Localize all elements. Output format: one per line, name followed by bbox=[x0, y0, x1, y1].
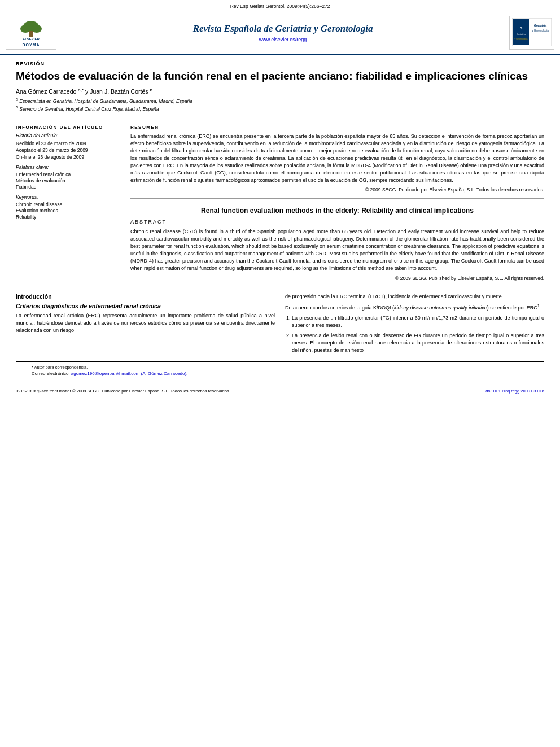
issn-text: 0211-139X/$-see front matter © 2009 SEGG… bbox=[16, 388, 230, 394]
geriatria-logo-icon: G Geriatría y Gerontología Geriatría y G… bbox=[512, 18, 552, 46]
abstract-divider bbox=[130, 198, 544, 199]
article-title: Métodos de evaluación de la función rena… bbox=[16, 69, 544, 83]
geriatria-logo: G Geriatría y Gerontología Geriatría y G… bbox=[509, 16, 554, 50]
criteria-list: La presencia de un filtrado glomerular (… bbox=[292, 314, 544, 354]
subsection-title: Criterios diagnósticos de enfermedad ren… bbox=[16, 303, 275, 309]
abstract-heading: ABSTRACT bbox=[130, 219, 544, 225]
resumen-text: La enfermedad renal crónica (ERC) se enc… bbox=[130, 133, 544, 184]
footnote-email: Correo electrónico: agomez196@openbankhm… bbox=[32, 371, 528, 376]
keywords-en-label: Keywords: bbox=[16, 194, 112, 200]
body-right-text1: de progresión hacia la ERC terminal (ERC… bbox=[285, 293, 544, 300]
section-label: REVISIÓN bbox=[16, 61, 544, 67]
english-abstract-text: Chronic renal disease (CRD) is found in … bbox=[130, 228, 544, 272]
author-names: Ana Gómez Carracedo a,* y Juan J. Baztán… bbox=[16, 88, 152, 95]
svg-rect-7 bbox=[513, 19, 529, 45]
svg-text:y Gerontología: y Gerontología bbox=[532, 29, 549, 32]
keywords-es-label: Palabras clave: bbox=[16, 164, 112, 170]
keyword-en-3: Reliability bbox=[16, 214, 112, 220]
svg-text:Geriatría: Geriatría bbox=[534, 24, 547, 27]
article-info-abstract: INFORMACIÓN DEL ARTÍCULO Historia del ar… bbox=[16, 120, 544, 281]
svg-text:G: G bbox=[520, 27, 523, 30]
doyma-label: DOYMA bbox=[8, 43, 54, 47]
online-date: On-line el 26 de agosto de 2009 bbox=[16, 154, 112, 160]
journal-title: Revista Española de Geriatría y Gerontol… bbox=[65, 23, 501, 34]
keyword-es-2: Métodos de evaluación bbox=[16, 178, 112, 184]
keyword-en-1: Chronic renal disease bbox=[16, 202, 112, 207]
list-item-2: La presencia de lesión renal con o sin d… bbox=[292, 332, 544, 354]
abstracts-col: RESUMEN La enfermedad renal crónica (ERC… bbox=[120, 120, 544, 281]
elsevier-tree-icon: ELSEVIER bbox=[11, 19, 51, 41]
body-columns: Introducción Criterios diagnósticos de e… bbox=[16, 293, 544, 357]
info-section-title: INFORMACIÓN DEL ARTÍCULO bbox=[16, 125, 112, 130]
svg-rect-4 bbox=[29, 31, 33, 37]
english-title: Renal function evaluation methods in the… bbox=[130, 207, 544, 215]
received-date: Recibido el 23 de marzo de 2009 bbox=[16, 141, 112, 146]
affiliation-b: b Servicio de Geriatría, Hospital Centra… bbox=[16, 105, 544, 112]
header-banner: ELSEVIER DOYMA Revista Española de Geria… bbox=[0, 11, 560, 55]
svg-point-2 bbox=[20, 25, 30, 33]
intro-title: Introducción bbox=[16, 293, 275, 300]
svg-point-3 bbox=[32, 25, 42, 33]
main-divider bbox=[16, 287, 544, 287]
doi-text: doi:10.1016/j.regg.2009.03.016 bbox=[485, 388, 544, 394]
authors: Ana Gómez Carracedo a,* y Juan J. Baztán… bbox=[16, 88, 544, 95]
resumen-copyright: © 2009 SEGG. Publicado por Elsevier Espa… bbox=[130, 187, 544, 193]
journal-reference: Rev Esp Geriatr Gerontol. 2009;44(5):266… bbox=[0, 0, 560, 11]
journal-url[interactable]: www.elsevier.es/regg bbox=[65, 37, 501, 42]
footnote-area: * Autor para correspondencia. Correo ele… bbox=[16, 361, 544, 379]
keyword-en-2: Evaluation methods bbox=[16, 208, 112, 213]
bottom-footer: 0211-139X/$-see front matter © 2009 SEGG… bbox=[0, 386, 560, 396]
svg-text:Geriatría: Geriatría bbox=[517, 33, 526, 36]
english-copyright: © 2009 SEGG. Published by Elsevier Españ… bbox=[130, 276, 544, 281]
footnote-asterisk: * Autor para correspondencia. bbox=[32, 365, 528, 370]
svg-text:ELSEVIER: ELSEVIER bbox=[23, 37, 40, 41]
body-right-text2: De acuerdo con los criterios de la guía … bbox=[285, 303, 544, 312]
accepted-date: Aceptado el 23 de marzo de 2009 bbox=[16, 147, 112, 153]
keyword-es-3: Fiabilidad bbox=[16, 184, 112, 190]
email-label: Correo electrónico: bbox=[32, 371, 70, 376]
body-left-col: Introducción Criterios diagnósticos de e… bbox=[16, 293, 275, 357]
keyword-es-1: Enfermedad renal crónica bbox=[16, 172, 112, 177]
body-left-text: La enfermedad renal crónica (ERC) repres… bbox=[16, 312, 275, 334]
resumen-section-title: RESUMEN bbox=[130, 125, 544, 130]
list-item-1: La presencia de un filtrado glomerular (… bbox=[292, 314, 544, 329]
journal-title-block: Revista Española de Geriatría y Gerontol… bbox=[56, 23, 509, 42]
article-info-col: INFORMACIÓN DEL ARTÍCULO Historia del ar… bbox=[16, 120, 120, 281]
elsevier-logo: ELSEVIER DOYMA bbox=[6, 16, 56, 50]
history-label: Historia del artículo: bbox=[16, 133, 112, 138]
main-content: REVISIÓN Métodos de evaluación de la fun… bbox=[0, 55, 560, 385]
page: Rev Esp Geriatr Gerontol. 2009;44(5):266… bbox=[0, 0, 560, 747]
body-right-col: de progresión hacia la ERC terminal (ERC… bbox=[285, 293, 544, 357]
affiliation-a: a Especialista en Geriatría, Hospital de… bbox=[16, 97, 544, 104]
svg-text:y Gerontología: y Gerontología bbox=[515, 38, 528, 40]
email-link[interactable]: agomez196@openbankhmail.com (A. Gómez Ca… bbox=[71, 371, 187, 376]
